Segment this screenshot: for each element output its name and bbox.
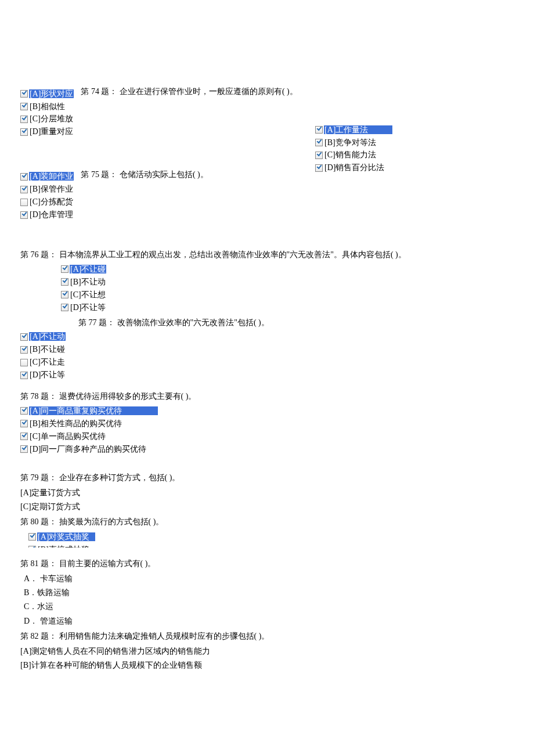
q74-right-options: [A]工作量法 [B]竞争对等法 [C]销售能力法 [D]销售百分比法 [315, 123, 392, 175]
q80-options: [A]对奖式抽奖 [B]直接式抽奖 [28, 530, 514, 548]
option-label: [A]不让动 [29, 332, 66, 341]
option-label: [C]不让走 [29, 358, 66, 366]
question-79-title: 第 79 题： 企业存在多种订货方式，包括( )。 [20, 471, 514, 485]
checkbox-icon[interactable] [20, 445, 28, 453]
option-item[interactable]: [A]工作量法 [315, 124, 392, 136]
option-label: [B]不让碰 [29, 345, 66, 354]
q74-left-options: [A]形状对应 [B]相似性 [C]分层堆放 [D]重量对应 [20, 87, 74, 139]
question-75-title: 第 75 题： 仓储活动实际上包括( )。 [81, 168, 208, 182]
q79-option-a: [A]定量订货方式 [20, 487, 514, 499]
option-item[interactable]: [D]重量对应 [20, 126, 74, 138]
option-item[interactable]: [D]不让等 [61, 301, 514, 314]
q79-option-c: [C]定期订货方式 [20, 501, 514, 513]
option-label: [C]分拣配货 [29, 197, 74, 206]
checkbox-icon[interactable] [20, 433, 28, 440]
option-item[interactable]: [C]分层堆放 [20, 113, 74, 125]
option-item[interactable]: [A]形状对应 [20, 88, 74, 100]
checkbox-icon[interactable] [20, 199, 28, 206]
option-label: [C]不让想 [70, 290, 106, 299]
option-label: [D]仓库管理 [29, 210, 74, 219]
option-item[interactable]: [C]不让走 [20, 357, 514, 369]
option-label: [A]不让碰 [70, 265, 106, 273]
question-80-title: 第 80 题： 抽奖最为流行的方式包括( )。 [20, 515, 514, 529]
checkbox-icon[interactable] [20, 211, 28, 219]
option-item[interactable]: [B]直接式抽奖 [28, 543, 514, 548]
checkbox-icon[interactable] [28, 546, 36, 548]
option-label: [B]不让动 [70, 278, 106, 286]
checkbox-icon[interactable] [20, 333, 28, 341]
option-item[interactable]: [B]相似性 [20, 100, 74, 113]
option-item[interactable]: [A]不让动 [20, 331, 514, 343]
option-item[interactable]: [C]单一商品购买优待 [20, 430, 514, 442]
q75-options: [A]装卸作业 [B]保管作业 [C]分拣配货 [D]仓库管理 [20, 170, 74, 222]
option-item[interactable]: [B]相关性商品的购买优待 [20, 417, 514, 430]
checkbox-icon[interactable] [315, 139, 323, 146]
question-77-title: 第 77 题： 改善物流作业效率的"六无改善法"包括( )。 [78, 316, 514, 330]
checkbox-icon[interactable] [20, 420, 28, 427]
checkbox-icon[interactable] [20, 346, 28, 354]
option-item[interactable]: [C]分拣配货 [20, 196, 74, 208]
option-item[interactable]: [D]同一厂商多种产品的购买优待 [20, 443, 514, 455]
option-label: [D]不让等 [29, 370, 66, 379]
q81-option-a: A． 卡车运输 [24, 573, 514, 585]
question-76-title: 第 76 题： 日本物流界从工业工程的观点出发，总结出改善物流作业效率的"六无改… [20, 248, 514, 262]
option-label: [D]重量对应 [29, 127, 74, 136]
question-74-title: 第 74 题： 企业在进行保管作业时，一般应遵循的原则有( )。 [81, 85, 297, 99]
option-label: [B]直接式抽奖 [37, 545, 90, 548]
q82-option-a: [A]测定销售人员在不同的销售潜力区域内的销售能力 [20, 646, 514, 657]
question-78-title: 第 78 题： 退费优待运用得较多的形式主要有( )。 [20, 390, 514, 404]
option-label: [A]对奖式抽奖 [37, 532, 95, 541]
option-label: [B]相关性商品的购买优待 [29, 419, 122, 428]
checkbox-icon[interactable] [315, 152, 323, 159]
checkbox-icon[interactable] [61, 265, 68, 273]
checkbox-icon[interactable] [315, 126, 323, 134]
option-label: [B]相似性 [29, 102, 66, 111]
option-item[interactable]: [B]保管作业 [20, 183, 74, 196]
question-74-block: [A]形状对应 [B]相似性 [C]分层堆放 [D]重量对应 第 74 题： 企… [20, 87, 514, 139]
q81-option-c: C．水运 [24, 601, 514, 613]
question-75-block: [A]装卸作业 [B]保管作业 [C]分拣配货 [D]仓库管理 第 75 题： … [20, 170, 514, 222]
option-item[interactable]: [B]不让碰 [20, 344, 514, 356]
q81-option-d: D． 管道运输 [24, 615, 514, 627]
option-label: [A]同一商品重复购买优待 [29, 406, 158, 415]
option-item[interactable]: [B]不让动 [61, 276, 514, 288]
option-label: [D]不让等 [70, 303, 106, 312]
checkbox-icon[interactable] [20, 90, 28, 98]
q81-option-b: B．铁路运输 [24, 587, 514, 599]
option-item[interactable]: [A]不让碰 [61, 263, 514, 275]
option-item[interactable]: [B]竞争对等法 [315, 136, 392, 149]
option-label: [C]单一商品购买优待 [29, 432, 106, 441]
checkbox-icon[interactable] [61, 278, 68, 286]
checkbox-icon[interactable] [20, 128, 28, 136]
option-item[interactable]: [D]不让等 [20, 369, 514, 381]
option-label: [A]装卸作业 [29, 172, 74, 181]
checkbox-icon[interactable] [28, 533, 36, 541]
q76-options: [A]不让碰 [B]不让动 [C]不让想 [D]不让等 [61, 263, 514, 314]
question-81-title: 第 81 题： 目前主要的运输方式有( )。 [20, 557, 514, 571]
checkbox-icon[interactable] [20, 103, 28, 110]
checkbox-icon[interactable] [20, 372, 28, 379]
checkbox-icon[interactable] [20, 186, 28, 193]
option-label: [A]形状对应 [29, 89, 74, 98]
option-label: [D]同一厂商多种产品的购买优待 [29, 445, 147, 453]
q82-option-b: [B]计算在各种可能的销售人员规模下的企业销售额 [20, 660, 514, 671]
option-item[interactable]: [A]装卸作业 [20, 171, 74, 183]
option-item[interactable]: [A]对奖式抽奖 [28, 531, 514, 543]
checkbox-icon[interactable] [20, 359, 28, 366]
checkbox-icon[interactable] [20, 407, 28, 415]
question-82-title: 第 82 题： 利用销售能力法来确定推销人员规模时应有的步骤包括( )。 [20, 629, 514, 643]
option-label: [C]销售能力法 [324, 150, 377, 159]
option-label: [B]保管作业 [29, 185, 74, 193]
option-label: [B]竞争对等法 [324, 138, 377, 147]
checkbox-icon[interactable] [61, 304, 68, 311]
checkbox-icon[interactable] [20, 116, 28, 123]
option-item[interactable]: [D]仓库管理 [20, 208, 74, 221]
option-label: [A]工作量法 [324, 125, 392, 134]
q78-options: [A]同一商品重复购买优待 [B]相关性商品的购买优待 [C]单一商品购买优待 … [20, 405, 514, 455]
option-item[interactable]: [A]同一商品重复购买优待 [20, 405, 514, 417]
checkbox-icon[interactable] [61, 291, 68, 298]
checkbox-icon[interactable] [20, 173, 28, 181]
option-item[interactable]: [C]不让想 [61, 289, 514, 301]
option-item[interactable]: [C]销售能力法 [315, 149, 392, 161]
option-label: [C]分层堆放 [29, 114, 74, 123]
